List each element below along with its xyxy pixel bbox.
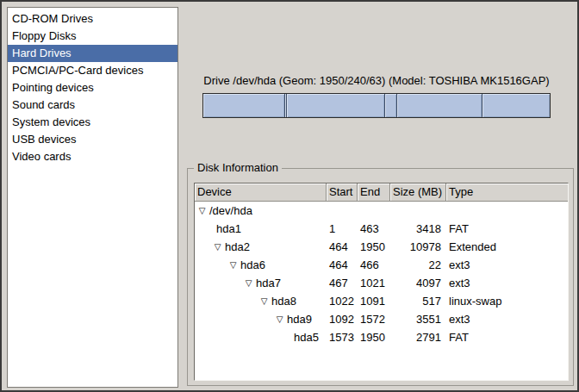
sidebar-item-hard-drives[interactable]: Hard Drives [8,45,177,62]
partition-segment-hda8 [385,94,397,117]
expander-icon[interactable]: ▽ [227,256,239,274]
partition-segment-hda5 [482,94,550,117]
partition-segment-hda1 [203,94,285,117]
expander-icon[interactable]: ▽ [212,238,223,256]
device-name: hda1 [216,220,241,238]
device-cell: ▽hda2 [195,238,327,256]
end-cell: 1091 [358,292,390,310]
end-cell: 1950 [358,328,390,346]
expander-icon[interactable]: ▽ [274,310,285,328]
expander-icon[interactable]: ▽ [243,274,254,292]
size-cell: 4097 [390,274,446,292]
device-cell: ▽hda9 [195,310,327,328]
type-cell: ext3 [446,274,568,292]
device-cell: hda5 [195,328,327,346]
start-cell: 1 [327,220,358,238]
column-header-size[interactable]: Size (MB) [390,184,446,202]
partition-bar [202,93,551,118]
sidebar-item-pointing-devices[interactable]: Pointing devices [8,79,177,96]
device-name: hda6 [240,256,265,274]
end-cell: 463 [358,220,390,238]
device-name: hda8 [271,292,296,310]
end-cell: 1021 [358,274,390,292]
end-cell: 1950 [358,238,390,256]
column-header-start[interactable]: Start [327,184,358,202]
type-cell: ext3 [446,256,568,274]
table-row-hda1[interactable]: hda1 1 463 3418 FAT [195,220,568,238]
end-cell: 1572 [358,310,390,328]
sidebar-item-usb-devices[interactable]: USB devices [8,131,177,148]
expander-icon[interactable]: ▽ [196,202,208,220]
device-cell: ▽/dev/hda [195,202,327,220]
expander-icon[interactable]: ▽ [258,292,270,310]
device-name: hda7 [256,274,281,292]
table-row-hda7[interactable]: ▽hda7 467 1021 4097 ext3 [195,274,568,292]
column-header-type[interactable]: Type [446,184,568,202]
size-cell: 22 [390,256,446,274]
disk-information-frame: Disk Information Device Start End Size (… [187,168,574,386]
table-row-hda2[interactable]: ▽hda2 464 1950 10978 Extended [195,238,568,256]
disk-table-header: Device Start End Size (MB) Type [195,184,568,202]
start-cell [327,202,358,220]
end-cell: 466 [358,256,390,274]
device-cell: hda1 [195,220,327,238]
sidebar-item-cdrom-drives[interactable]: CD-ROM Drives [8,10,177,28]
start-cell: 1573 [327,328,358,346]
device-category-list: CD-ROM Drives Floppy Disks Hard Drives P… [7,7,178,388]
sidebar-item-floppy-disks[interactable]: Floppy Disks [8,28,177,45]
table-row-dev-hda[interactable]: ▽/dev/hda [195,202,568,220]
device-cell: ▽hda7 [195,274,327,292]
device-name: hda9 [287,310,312,328]
start-cell: 1022 [327,292,358,310]
start-cell: 464 [327,256,358,274]
sidebar-item-pcmcia-devices[interactable]: PCMCIA/PC-Card devices [8,62,177,79]
sidebar-item-sound-cards[interactable]: Sound cards [8,96,177,114]
disk-information-label: Disk Information [194,161,282,174]
device-cell: ▽hda6 [195,256,327,274]
device-name: hda2 [225,238,250,256]
column-header-end[interactable]: End [358,184,390,202]
end-cell [358,202,390,220]
start-cell: 1092 [327,310,358,328]
start-cell: 467 [327,274,358,292]
table-row-hda9[interactable]: ▽hda9 1092 1572 3551 ext3 [195,310,568,328]
size-cell: 2791 [390,328,446,346]
type-cell: FAT [446,328,568,346]
table-row-hda8[interactable]: ▽hda8 1022 1091 517 linux-swap [195,292,568,310]
size-cell: 3418 [390,220,446,238]
size-cell: 10978 [390,238,446,256]
size-cell: 517 [390,292,446,310]
size-cell [390,202,446,220]
type-cell: Extended [446,238,568,256]
column-header-device[interactable]: Device [195,184,327,202]
hardware-browser-window: CD-ROM Drives Floppy Disks Hard Drives P… [0,0,579,392]
disk-table: Device Start End Size (MB) Type ▽/dev/hd… [194,183,569,381]
table-row-hda6[interactable]: ▽hda6 464 466 22 ext3 [195,256,568,274]
partition-segment-hda7 [287,94,385,117]
type-cell: FAT [446,220,568,238]
sidebar-item-system-devices[interactable]: System devices [8,114,177,131]
partition-segment-hda9 [397,94,482,117]
drive-title: Drive /dev/hda (Geom: 1950/240/63) (Mode… [202,74,551,87]
start-cell: 464 [327,238,358,256]
device-name: /dev/hda [209,202,252,220]
device-name: hda5 [294,328,319,346]
type-cell: linux-swap [446,292,568,310]
type-cell [446,202,568,220]
size-cell: 3551 [390,310,446,328]
table-row-hda5[interactable]: hda5 1573 1950 2791 FAT [195,328,568,346]
device-cell: ▽hda8 [195,292,327,310]
type-cell: ext3 [446,310,568,328]
sidebar-item-video-cards[interactable]: Video cards [8,148,177,165]
